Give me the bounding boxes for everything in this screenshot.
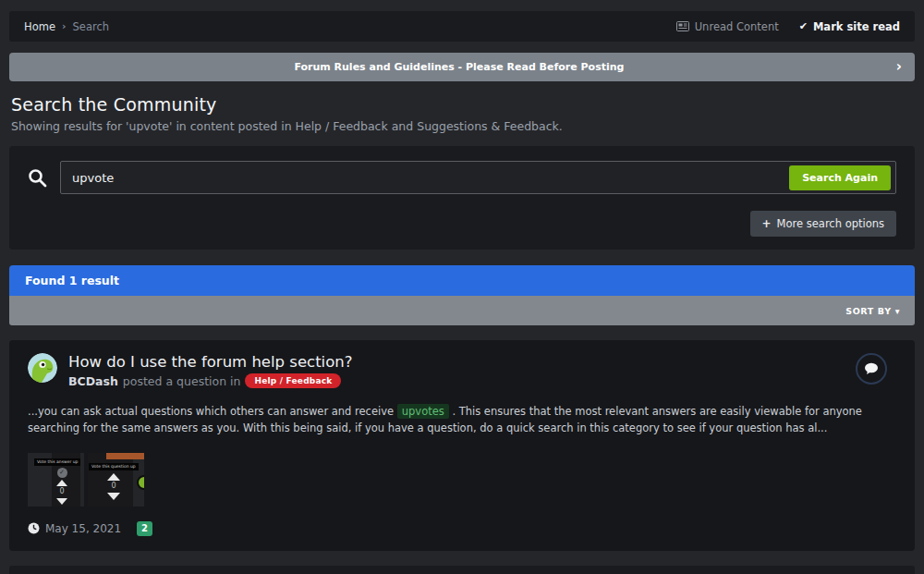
- vote-column: ✓ 0: [54, 468, 70, 505]
- vote-count: 0: [59, 488, 64, 496]
- sort-by-dropdown[interactable]: SORT BY ▾: [845, 306, 900, 316]
- downvote-arrow-icon: [56, 498, 67, 505]
- sort-bar: SORT BY ▾: [9, 296, 915, 325]
- chevron-right-icon: ›: [62, 20, 67, 32]
- snippet-before: ...you can ask actual questions which ot…: [28, 405, 397, 418]
- result-title-link[interactable]: How do I use the forum help section?: [68, 353, 353, 371]
- more-search-options-label: More search options: [777, 217, 884, 230]
- found-results-bar: Found 1 result: [9, 265, 915, 296]
- search-input-shell: Search Again: [60, 161, 896, 194]
- gecko-avatar-image: [28, 353, 57, 383]
- content-type-badge[interactable]: [856, 353, 887, 385]
- search-again-button[interactable]: Search Again: [789, 165, 891, 190]
- byline-action-text: posted a question in: [123, 374, 241, 388]
- mark-site-read-label: Mark site read: [813, 20, 900, 33]
- unread-content-label: Unread Content: [695, 20, 779, 33]
- reply-count-badge[interactable]: 2: [137, 521, 152, 536]
- thumbnail-vote-widget-2[interactable]: Vote this question up 0: [88, 453, 144, 507]
- thumbnail-vote-widget-1[interactable]: Vote this answer up ✓ 0: [28, 453, 84, 507]
- result-byline: BCDash posted a question in Help / Feedb…: [68, 373, 353, 388]
- snippet-highlight: upvotes: [397, 404, 449, 419]
- page-title: Search the Community: [11, 94, 913, 115]
- forum-rules-text: Forum Rules and Guidelines - Please Read…: [22, 61, 896, 73]
- upvote-arrow-icon: [107, 473, 120, 481]
- vote-count: 0: [111, 482, 116, 491]
- category-badge[interactable]: Help / Feedback: [245, 373, 341, 388]
- breadcrumb-home-link[interactable]: Home: [24, 20, 55, 33]
- search-input[interactable]: [72, 171, 789, 185]
- author-link[interactable]: BCDash: [68, 374, 118, 388]
- search-icon: [28, 168, 47, 188]
- envelope-icon: [676, 21, 689, 31]
- mark-site-read-link[interactable]: ✔ Mark site read: [799, 20, 900, 33]
- avatar[interactable]: [28, 353, 57, 383]
- sort-by-label: SORT BY: [845, 306, 891, 316]
- check-icon: ✔: [799, 20, 808, 32]
- unread-content-link[interactable]: Unread Content: [676, 20, 779, 33]
- plus-icon: +: [762, 217, 772, 230]
- top-bar: Home › Search Unread Content ✔ Mark site…: [9, 11, 915, 42]
- result-heading: How do I use the forum help section? BCD…: [68, 353, 353, 388]
- downvote-arrow-icon: [107, 493, 120, 500]
- forum-rules-banner[interactable]: Forum Rules and Guidelines - Please Read…: [9, 53, 915, 81]
- result-date-link[interactable]: May 15, 2021: [28, 522, 121, 535]
- vote-check-icon: ✓: [57, 468, 67, 478]
- attachment-thumbnails: Vote this answer up ✓ 0 Vote this questi…: [28, 453, 896, 507]
- found-results-text: Found 1 result: [25, 274, 119, 287]
- top-bar-actions: Unread Content ✔ Mark site read: [676, 20, 900, 33]
- vote-column: 0: [104, 473, 123, 500]
- mini-avatar: [137, 475, 144, 490]
- speech-bubble-icon: [864, 362, 879, 375]
- result-date: May 15, 2021: [45, 522, 121, 535]
- bottom-bar: Home › Search Unread Content ✔ Mark site…: [9, 566, 915, 574]
- result-snippet: ...you can ask actual questions which ot…: [28, 403, 896, 437]
- thumbnail-tooltip-text: Vote this answer up: [34, 458, 80, 467]
- breadcrumb-current: Search: [73, 20, 110, 33]
- thumbnail-orange-bar: [106, 453, 144, 459]
- upvote-arrow-icon: [56, 480, 67, 486]
- search-result-card: How do I use the forum help section? BCD…: [9, 340, 915, 551]
- breadcrumb: Home › Search: [24, 20, 109, 33]
- caret-down-icon: ▾: [895, 306, 900, 316]
- chevron-right-icon: ›: [896, 60, 902, 74]
- more-search-options-button[interactable]: + More search options: [750, 211, 896, 237]
- result-meta: May 15, 2021 2: [28, 521, 896, 536]
- search-panel: Search Again + More search options: [9, 146, 915, 250]
- page-subtitle: Showing results for 'upvote' in content …: [11, 119, 913, 133]
- clock-icon: [28, 522, 40, 534]
- thumbnail-tooltip-text: Vote this question up: [89, 463, 139, 471]
- page-header: Search the Community Showing results for…: [9, 94, 915, 133]
- page: Home › Search Unread Content ✔ Mark site…: [0, 0, 924, 574]
